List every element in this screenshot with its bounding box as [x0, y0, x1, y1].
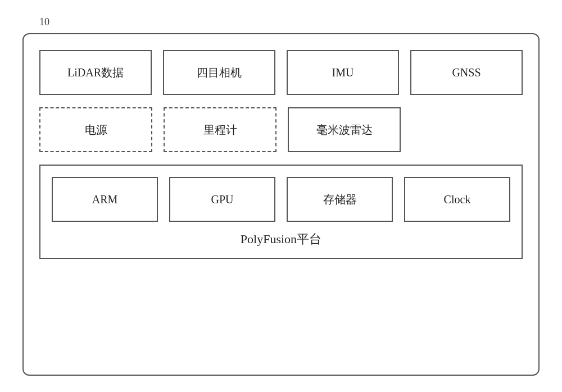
platform-container: ARM GPU 存储器 Clock PolyFusion平台 — [39, 165, 523, 259]
box-camera: 四目相机 — [163, 50, 275, 95]
diagram-number: 10 — [39, 16, 49, 28]
box-storage: 存储器 — [287, 177, 393, 222]
box-lidar: LiDAR数据 — [39, 50, 152, 95]
box-gpu: GPU — [169, 177, 275, 222]
box-clock: Clock — [404, 177, 510, 222]
box-power: 电源 — [39, 107, 152, 152]
diagram-wrapper: 10 LiDAR数据 四目相机 IMU GNSS 电源 里程计 — [22, 16, 540, 376]
platform-inner-row: ARM GPU 存储器 Clock — [52, 177, 510, 222]
box-arm: ARM — [52, 177, 158, 222]
box-imu: IMU — [287, 50, 399, 95]
row-1: LiDAR数据 四目相机 IMU GNSS — [39, 50, 523, 95]
box-mmwave: 毫米波雷达 — [288, 107, 401, 152]
platform-label: PolyFusion平台 — [52, 231, 510, 250]
row-2: 电源 里程计 毫米波雷达 — [39, 107, 523, 152]
box-gnss: GNSS — [410, 50, 523, 95]
inner-content: LiDAR数据 四目相机 IMU GNSS 电源 里程计 毫米波雷达 — [22, 33, 540, 376]
box-odometer: 里程计 — [164, 107, 277, 152]
